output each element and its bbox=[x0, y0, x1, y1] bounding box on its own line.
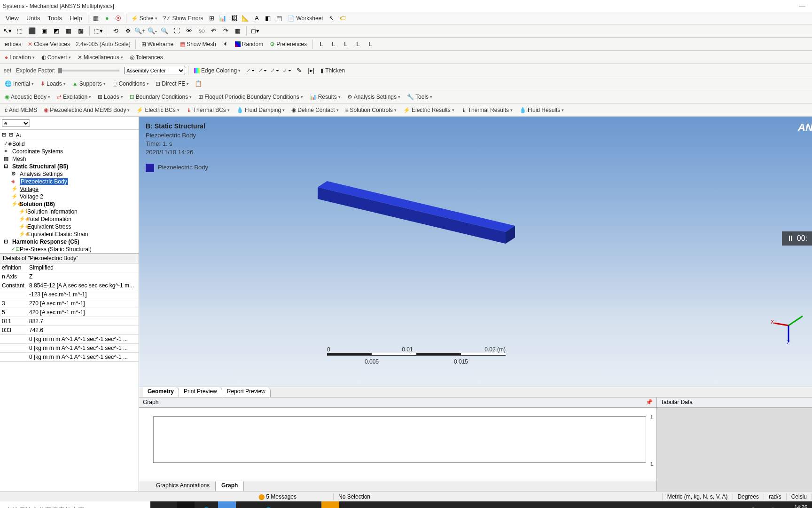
vertices-button[interactable]: ertices bbox=[2, 40, 24, 48]
tree-harmonic[interactable]: ⊡Harmonic Response (C5) bbox=[0, 238, 139, 246]
tree-totdef[interactable]: ⚡◈Total Deformation bbox=[0, 215, 139, 223]
minimize-button[interactable]: — bbox=[795, 2, 809, 10]
views-icon[interactable]: ▦ bbox=[234, 27, 242, 35]
details-row[interactable]: 0 [kg m m m A^-1 A^-1 sec^-1 sec^-1 ... bbox=[0, 344, 139, 353]
supports-button[interactable]: ▲Supports▾ bbox=[70, 79, 109, 88]
details-row[interactable]: 0 [kg m m m A^-1 A^-1 sec^-1 sec^-1 ... bbox=[0, 353, 139, 362]
electric-results-button[interactable]: ⚡Electric Results▾ bbox=[400, 106, 457, 114]
excitation-button[interactable]: ⇄Excitation▾ bbox=[54, 93, 94, 101]
fluid-results-button[interactable]: 💧Fluid Results▾ bbox=[516, 106, 567, 114]
piezo-body-button[interactable]: ◉Piezoelectric And MEMS Body▾ bbox=[41, 106, 133, 114]
next-icon[interactable]: ↷ bbox=[221, 27, 230, 35]
tools-button[interactable]: 🔧Tools▾ bbox=[404, 93, 435, 101]
task-app5[interactable]: 🌐 bbox=[259, 501, 277, 508]
task-app1[interactable]: ⟁ bbox=[177, 501, 195, 508]
thicken-button[interactable]: ▮Thicken bbox=[318, 66, 348, 75]
e2-icon[interactable]: ⟋▾ bbox=[258, 66, 266, 75]
viewport-3d[interactable]: B: Static Structural Piezoelectric Body … bbox=[139, 117, 812, 387]
task-app4[interactable]: 📁 bbox=[239, 501, 257, 508]
tab-report-preview[interactable]: Report Preview bbox=[222, 387, 271, 397]
check-icon[interactable]: ● bbox=[103, 14, 111, 23]
task-app6[interactable]: M bbox=[280, 501, 298, 508]
acoustic-body-button[interactable]: ◉Acoustic Body▾ bbox=[2, 93, 53, 101]
window-icon[interactable]: ◧ bbox=[264, 14, 272, 23]
details-row[interactable]: 0 [kg m m m A^-1 A^-1 sec^-1 sec^-1 ... bbox=[0, 335, 139, 344]
taskbar-search[interactable]: 在这里输入你要搜索的内容 bbox=[0, 501, 150, 508]
e6-icon[interactable]: |▸| bbox=[307, 66, 315, 75]
task-app8[interactable]: ✕ bbox=[321, 501, 339, 508]
dots-icon[interactable]: ⦿ bbox=[114, 14, 123, 23]
bc-button[interactable]: ⊡Boundary Conditions▾ bbox=[127, 93, 195, 101]
tree-eqstrain[interactable]: ⚡◈Equivalent Elastic Strain bbox=[0, 230, 139, 238]
tolerances-button[interactable]: ◎Tolerances bbox=[127, 53, 166, 62]
thermal-bc-button[interactable]: 🌡Thermal BCs▾ bbox=[183, 106, 233, 114]
cursor-icon[interactable]: ↖▾ bbox=[3, 27, 12, 35]
fe-icon[interactable]: 📋 bbox=[194, 79, 203, 88]
details-row[interactable]: 011882.7 bbox=[0, 317, 139, 326]
table-icon[interactable]: ▤ bbox=[275, 14, 283, 23]
e3-icon[interactable]: ⟋▾ bbox=[270, 66, 279, 75]
tab-graph[interactable]: Graph bbox=[216, 481, 244, 491]
show-mesh-button[interactable]: ▦Show Mesh bbox=[177, 40, 219, 48]
axis-icon[interactable]: ✴ bbox=[221, 40, 230, 48]
task-app3[interactable]: W bbox=[218, 501, 236, 508]
define-contact-button[interactable]: ◉Define Contact▾ bbox=[289, 106, 341, 114]
tree-piezo-body[interactable]: ◈Piezoelectric Body bbox=[0, 178, 139, 185]
tree-solid[interactable]: ✓◈Solid bbox=[0, 140, 139, 148]
inertial-button[interactable]: 🌐Inertial▾ bbox=[2, 79, 37, 88]
pan-icon[interactable]: ✥ bbox=[124, 27, 132, 35]
tab-geometry[interactable]: Geometry bbox=[143, 387, 179, 397]
electric-bc-button[interactable]: ⚡Electric BCs▾ bbox=[133, 106, 182, 114]
details-row[interactable]: Constant8.854E-12 [A A sec sec sec sec k… bbox=[0, 281, 139, 290]
pointer-icon[interactable]: ↖ bbox=[328, 14, 336, 23]
task-view-icon[interactable]: ⊞ bbox=[156, 501, 174, 508]
grid-icon[interactable]: ⊞ bbox=[207, 14, 216, 23]
zoom-box-icon[interactable]: 🔍 bbox=[160, 27, 169, 35]
fluid-damp-button[interactable]: 💧Fluid Damping▾ bbox=[234, 106, 288, 114]
fpbc-button[interactable]: ⊞Floquet Periodic Boundary Conditions▾ bbox=[195, 93, 305, 101]
cs1-icon[interactable]: L bbox=[317, 40, 326, 48]
analysis-button[interactable]: ⚙Analysis Settings▾ bbox=[344, 93, 403, 101]
details-row[interactable]: 5420 [A sec m^-1 m^-1] bbox=[0, 308, 139, 317]
edge-icon[interactable]: ⬛ bbox=[28, 27, 36, 35]
tree-voltage2[interactable]: ⚡Voltage 2 bbox=[0, 193, 139, 200]
sort-icon[interactable]: A↓ bbox=[16, 132, 22, 138]
misc-button[interactable]: ✕Miscellaneous▾ bbox=[75, 53, 126, 62]
tree-voltage[interactable]: ⚡Voltage bbox=[0, 185, 139, 193]
details-grid[interactable]: efinitionSimplifiedn AxisZ Constant8.854… bbox=[0, 263, 139, 491]
details-row[interactable]: 3270 [A sec m^-1 m^-1] bbox=[0, 299, 139, 308]
tree-eqstress[interactable]: ⚡◈Equivalent Stress bbox=[0, 223, 139, 230]
edge-color-button[interactable]: Edge Coloring▾ bbox=[191, 66, 243, 75]
prev-icon[interactable]: ↶ bbox=[209, 27, 218, 35]
chart-icon[interactable]: 📊 bbox=[219, 14, 227, 23]
explode-slider[interactable] bbox=[58, 70, 119, 71]
tree-analysis[interactable]: ⚙Analysis Settings bbox=[0, 170, 139, 178]
cs3-icon[interactable]: L bbox=[342, 40, 350, 48]
show-errors-button[interactable]: ?✓Show Errors bbox=[160, 14, 206, 23]
tree-prestress[interactable]: ✓⊡Pre-Stress (Static Structural) bbox=[0, 246, 139, 253]
filter-select[interactable]: e bbox=[2, 119, 30, 127]
solution-ctrl-button[interactable]: ≡Solution Controls▾ bbox=[343, 106, 399, 114]
conditions-button[interactable]: ⬚Conditions▾ bbox=[109, 79, 152, 88]
video-overlay[interactable]: ⏸ 00: bbox=[782, 231, 812, 246]
menu-units[interactable]: Units bbox=[23, 13, 44, 23]
iso-icon[interactable]: ISO bbox=[197, 27, 205, 35]
zoom-in-icon[interactable]: 🔍+ bbox=[136, 27, 144, 35]
direct-fe-button[interactable]: ⊡Direct FE▾ bbox=[153, 79, 192, 88]
look-icon[interactable]: 👁 bbox=[185, 27, 193, 35]
box-icon[interactable]: ⬚▾ bbox=[94, 27, 102, 35]
expand-icon[interactable]: ⊞ bbox=[9, 132, 13, 138]
details-row[interactable]: 033742.6 bbox=[0, 326, 139, 335]
loads2-button[interactable]: ⊞Loads▾ bbox=[95, 93, 126, 101]
fit-icon[interactable]: ⛶ bbox=[172, 27, 181, 35]
tab-graphics-ann[interactable]: Graphics Annotations bbox=[150, 481, 216, 491]
body-icon[interactable]: ◩ bbox=[52, 27, 61, 35]
solve-button[interactable]: ⚡Solve▾ bbox=[128, 14, 160, 23]
ruler-icon[interactable]: 📐 bbox=[241, 14, 250, 23]
results-button[interactable]: 📊Results▾ bbox=[307, 93, 344, 101]
menu-tools[interactable]: Tools bbox=[44, 13, 66, 23]
convert-button[interactable]: ◐Convert▾ bbox=[39, 53, 74, 62]
close-vertices-button[interactable]: ✕Close Vertices bbox=[25, 40, 73, 48]
image-icon[interactable]: 🖼 bbox=[230, 14, 238, 23]
cs4-icon[interactable]: L bbox=[354, 40, 362, 48]
